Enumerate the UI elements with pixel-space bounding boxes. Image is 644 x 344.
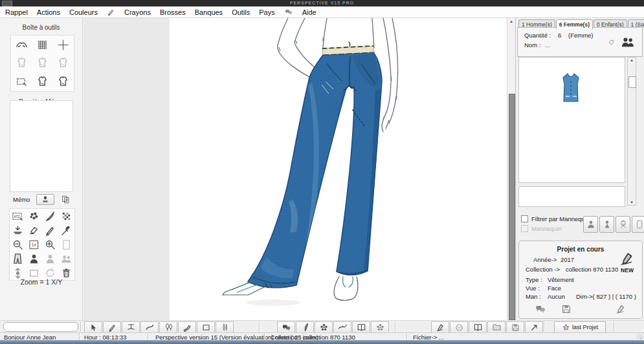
garment-color-tool-icon[interactable] [56,75,71,89]
tab-femmes[interactable]: 6 Femme(s) [556,19,593,29]
garment-list-footer[interactable] [518,186,625,207]
page-tool-icon[interactable] [59,237,74,252]
atz-frame-tool-icon[interactable] [10,209,26,223]
last-project-icon [562,323,570,332]
scroll-up-icon[interactable]: ▲ [508,18,515,25]
menu-rappel[interactable]: Rappel [5,8,28,16]
list-scrollbar[interactable]: ▲ ▼ [627,57,636,206]
window-title: PERSPECTIVE V15 PRO [0,1,644,5]
crosshair-tool-icon[interactable] [56,38,71,52]
flower-tool-button[interactable] [315,321,333,333]
menu-crayons[interactable]: Crayons [124,8,151,16]
feathers-tool-button[interactable] [216,321,234,333]
pipette-tool-icon[interactable] [59,223,74,237]
quick-input[interactable] [3,322,78,332]
person-tool-icon[interactable] [27,252,42,266]
canvas-scrollbar-thumb[interactable] [509,94,515,320]
mannequin-checkbox [521,225,528,232]
mannequin-group-icon[interactable] [620,34,636,50]
hands-arc-tool-icon[interactable] [14,38,29,52]
person-filter-buttons [583,216,644,233]
comment-icon[interactable] [535,303,546,315]
canvas-vertical-scrollbar[interactable]: ▲ [507,18,515,320]
pen-tool-button[interactable] [103,321,121,333]
list-scroll-down-icon[interactable]: ▼ [628,200,636,204]
quill-pen-tool-icon[interactable] [43,209,58,223]
book-button[interactable] [469,321,487,333]
new-project-icon[interactable] [619,250,636,267]
open-folder-button[interactable] [487,321,505,333]
garment-hand-tool-2-icon[interactable] [34,56,50,70]
cursor-tool-button[interactable] [84,321,102,333]
select-dashed-tool-icon[interactable] [14,75,29,89]
list-scroll-up-icon[interactable]: ▲ [628,58,636,62]
bird-swoosh-tool-button[interactable] [333,321,351,333]
menu-pays[interactable]: Pays [259,8,274,16]
hands-circle-button[interactable] [450,321,468,333]
list-scrollbar-thumb[interactable] [628,76,636,88]
drawing-canvas[interactable] [170,18,507,320]
pushpin-tool-button[interactable] [122,321,140,333]
new-label: NEW [616,267,638,274]
sign-icon[interactable] [615,303,627,315]
right-panel: 1 Homme(s) 6 Femme(s) 0 Enfant(s) 1 (San… [515,18,644,320]
memo-label: Mémo [13,196,30,203]
brush-flower-tool-button[interactable] [371,321,389,333]
save-button[interactable] [506,321,524,333]
hands-sign-button[interactable] [431,321,449,333]
collection-label: Collection -> [526,266,560,273]
blank-filter-button[interactable] [632,216,644,233]
resize-grip[interactable] [637,334,643,339]
speech-tool-button[interactable] [277,321,295,333]
title-bar: PERSPECTIVE V15 PRO [0,0,644,6]
flower-cluster-tool-icon[interactable] [27,209,42,223]
people-inactive-tool-icon[interactable] [59,252,74,266]
rectangle-tool-button[interactable] [197,321,215,333]
garment-list[interactable] [518,57,625,183]
menu-banques[interactable]: Banques [195,8,223,16]
pen-tool-icon[interactable] [43,223,58,237]
zoom-in-tool-icon[interactable] [43,237,58,252]
zoom-out-tool-icon[interactable] [10,237,26,252]
floor-shadow [246,299,300,306]
garment-fold-tool-icon[interactable] [34,75,50,89]
swoosh-tool-button[interactable] [140,321,159,333]
menu-brosses[interactable]: Brosses [160,8,186,16]
toolbox-grid-2 [9,208,75,281]
export-arrow-button[interactable] [525,321,543,333]
pants-tool-icon[interactable] [10,252,26,266]
mannequins-tool-button[interactable] [159,321,177,333]
child-filter-button[interactable] [616,216,630,233]
filter-checkbox-row: Filtrer par Mannequin [521,215,590,222]
menu-outils[interactable]: Outils [232,8,250,16]
menu-aide[interactable]: Aide [302,8,316,16]
palette-grid-tool-icon[interactable] [59,209,74,223]
eraser-tool-icon[interactable] [27,223,42,237]
woman-filter-button[interactable] [599,216,614,233]
man-filter-button[interactable] [583,216,598,233]
one-x-zoom-tool-icon[interactable] [27,237,42,252]
quantity-value: 6 [558,32,561,39]
heel-shoe-tool-button[interactable] [178,321,196,333]
book-tool-button[interactable] [352,321,370,333]
memo-stamp-button[interactable] [36,194,54,205]
menu-couleurs[interactable]: Couleurs [69,8,98,16]
year-label: Année-> [533,256,557,263]
person-inactive-tool-icon[interactable] [43,252,58,266]
garment-hand-tool-3-icon[interactable] [56,56,71,70]
memo-copy-icon[interactable] [61,195,71,204]
feather-tool-button[interactable] [296,321,314,333]
garment-thumbnail[interactable] [558,72,584,105]
grid-tool-icon[interactable] [34,38,50,52]
garment-hand-tool-1-icon[interactable] [14,56,29,70]
type-value: Vêtement [548,276,574,283]
menu-actions[interactable]: Actions [37,8,60,16]
filter-mannequin-checkbox[interactable] [521,215,528,222]
toolbar-group-draw [84,321,234,333]
last-project-button[interactable]: last Projet [554,321,606,333]
bottom-toolbar: last Projet [0,320,644,333]
save-project-icon[interactable] [561,303,572,315]
dim-value: Dim->( 827 ) | ( 1170 ) [576,293,636,300]
place-down-tool-icon[interactable] [10,223,26,237]
refresh-icon[interactable] [607,38,616,47]
